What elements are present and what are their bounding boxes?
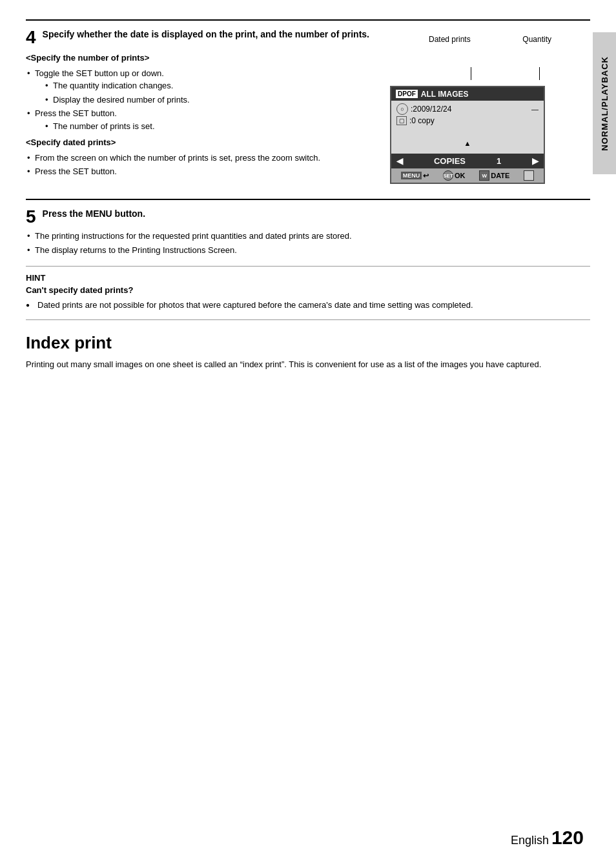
hint-item1: Dated prints are not possible for photos… (26, 299, 558, 312)
copy-value: :0 copy (409, 116, 435, 125)
sidebar-text: NORMAL/PLAYBACK (600, 56, 610, 151)
step4-list: Toggle the SET button up or down. The qu… (26, 67, 377, 133)
copies-value: 1 (497, 156, 501, 166)
step4-sublist-item2: Display the desired number of prints. (44, 94, 377, 106)
left-arrow-icon: ◀ (396, 156, 403, 166)
step4-list-item2: Press the SET button. The number of prin… (26, 107, 377, 132)
step4-number: 4 (26, 28, 36, 46)
step5-item2: The display returns to the Printing Inst… (26, 244, 558, 257)
sidebar-label: NORMAL/PLAYBACK (593, 32, 616, 174)
step5-section: 5 Press the MENU button. The printing in… (26, 199, 590, 256)
date-value: :2009/12/24 (411, 105, 451, 114)
index-print-title: Index print (26, 333, 558, 353)
print-icon: ▢ (396, 116, 407, 125)
screen-body: ○ :2009/12/24 — ▢ :0 copy ▲ (391, 101, 544, 154)
right-arrow-icon: ▶ (532, 156, 539, 166)
dpof-badge: DPOF (395, 89, 418, 99)
step5-number: 5 (26, 208, 36, 226)
step4-list-item1: Toggle the SET button up or down. The qu… (26, 67, 377, 106)
screen-copy-row: ▢ :0 copy (396, 116, 539, 125)
step4-sublist-item1: The quantity indication changes. (44, 79, 377, 92)
hint-section: HINT Can't specify dated prints? Dated p… (26, 266, 590, 320)
step4-section: 4 Specify whether the date is displayed … (26, 19, 590, 187)
step4-sublist-item3: The number of prints is set. (44, 120, 377, 133)
annotation-area: Dated prints Quantity DPOF ALL IMAGES (390, 54, 558, 184)
date-icon: W (479, 170, 489, 181)
date-button: W DATE (479, 170, 509, 181)
menu-button: MENU ↩ (401, 172, 429, 180)
step4-sublist2: The number of prints is set. (35, 120, 377, 133)
date-label: DATE (491, 172, 509, 179)
hint-list: Dated prints are not possible for photos… (26, 299, 558, 312)
index-print-section: Index print Printing out many small imag… (26, 333, 590, 371)
language-label: English (511, 834, 549, 847)
clock-icon: ○ (396, 103, 408, 115)
hint-body: Dated prints are not possible for photos… (26, 299, 558, 312)
step4-sublist1: The quantity indication changes. Display… (35, 79, 377, 106)
blank-button (524, 170, 534, 181)
step4-diagram: Dated prints Quantity DPOF ALL IMAGES (390, 28, 558, 187)
step4-left: 4 Specify whether the date is displayed … (26, 28, 377, 187)
camera-screen: DPOF ALL IMAGES ○ :2009/12/24 — ▢ :0 cop… (390, 86, 545, 184)
annotation-quantity: Quantity (522, 35, 551, 44)
menu-arrow: ↩ (423, 172, 429, 180)
screen-top-bar: DPOF ALL IMAGES (391, 87, 544, 101)
annotation-dated: Dated prints (429, 35, 471, 44)
step4-subheading2: <Specify dated prints> (26, 136, 377, 149)
step4-subheading1: <Specify the number of prints> (26, 52, 377, 65)
step4-list-item4: Press the SET button. (26, 165, 377, 178)
page-num: 120 (551, 827, 584, 848)
ok-label: OK (455, 172, 466, 179)
step5-title: Press the MENU button. (43, 208, 145, 221)
all-images-label: ALL IMAGES (421, 90, 469, 99)
screen-copies-bar: ◀ COPIES 1 ▶ (391, 154, 544, 168)
step4-title: Specify whether the date is displayed on… (43, 28, 369, 41)
step4-content: <Specify the number of prints> Toggle th… (26, 52, 377, 178)
step4-list-item3: From the screen on which the number of p… (26, 152, 377, 165)
hint-label: HINT (26, 273, 558, 283)
hint-subheading: Can't specify dated prints? (26, 285, 558, 295)
menu-icon: MENU (401, 172, 422, 179)
index-print-body: Printing out many small images on one sh… (26, 358, 558, 371)
screen-date-row: ○ :2009/12/24 — (396, 103, 539, 115)
screen-spacer (396, 126, 539, 139)
copies-label: COPIES (434, 156, 466, 166)
screen-bottom-bar: MENU ↩ SET OK W DATE (391, 168, 544, 183)
up-arrow-icon: ▲ (464, 139, 471, 147)
step5-list: The printing instructions for the reques… (26, 230, 558, 256)
page-container: NORMAL/PLAYBACK 4 Specify whether the da… (0, 0, 616, 868)
screen-arrow-row: ▲ (396, 139, 539, 147)
ok-button: SET OK (443, 170, 466, 181)
page-number: English 120 (511, 827, 584, 849)
step5-item1: The printing instructions for the reques… (26, 230, 558, 243)
set-icon: SET (443, 170, 453, 181)
step5-content: The printing instructions for the reques… (26, 230, 558, 256)
step4-list2: From the screen on which the number of p… (26, 152, 377, 178)
